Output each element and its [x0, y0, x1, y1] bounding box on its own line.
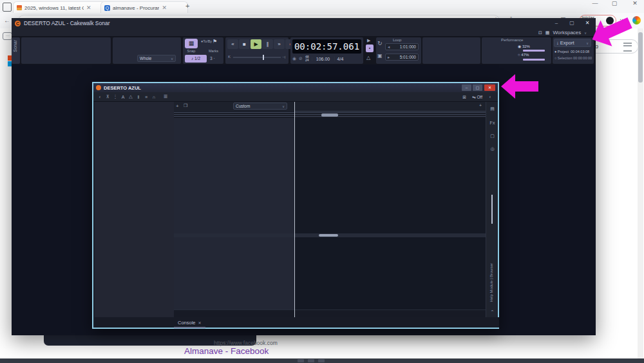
export-selection-row[interactable]: ○ Selection 00:00:00:00: [554, 56, 592, 60]
chevron-down-icon[interactable]: ∨: [584, 31, 587, 35]
tool-resolution-dropdown[interactable]: Whole∨: [137, 55, 176, 62]
pause-button[interactable]: ∥: [262, 39, 273, 49]
stop-button[interactable]: ■: [239, 39, 250, 49]
fast-forward-button[interactable]: »: [274, 39, 285, 49]
ruler-plus-icon[interactable]: +: [479, 103, 482, 108]
console-tab[interactable]: Console ✕: [174, 318, 205, 328]
transport-slider[interactable]: [233, 57, 281, 58]
snap-count[interactable]: 3 ·: [210, 56, 215, 61]
disk-meter-bar: [523, 59, 545, 61]
monitor-icon[interactable]: ∩: [150, 95, 158, 99]
collapse-right-icon[interactable]: ‹: [486, 95, 494, 99]
meter-icon[interactable]: ‖: [135, 95, 142, 99]
sample-rate-bitdepth[interactable]: 4824: [305, 55, 309, 62]
annotation-arrow-app-close: [590, 17, 635, 53]
time-signature[interactable]: 4/4: [337, 57, 344, 61]
punch-icon[interactable]: ▣: [377, 53, 383, 59]
duplicate-icon[interactable]: ❐: [184, 103, 187, 108]
loop-end-field[interactable]: ▸5:01:000: [385, 54, 419, 61]
help-browser-vertical-label[interactable]: Help Module | Browser: [489, 263, 493, 302]
marks-icon[interactable]: ⚑: [213, 39, 217, 44]
slider-thumb[interactable]: [263, 55, 264, 60]
sonar-side-tab[interactable]: Sonar: [12, 37, 20, 64]
export-button[interactable]: ↓ Export∨: [554, 39, 591, 47]
page-scrollbar[interactable]: [638, 28, 643, 358]
track-list: [174, 118, 294, 233]
tab1-favicon: [17, 5, 22, 10]
project-close-button[interactable]: ✕: [484, 84, 495, 91]
loop-icon[interactable]: ↻: [377, 40, 383, 46]
project-toolbar: ‹ ⊼ ⋮ A △ ‖ ≡ ∩ ☰ ⊠ ⇆ Off ‹: [93, 92, 498, 102]
scrollbar-thumb[interactable]: [638, 32, 643, 83]
performance-module: Performance ◉ 32% ○ 47%: [482, 37, 551, 64]
mini-play-icon[interactable]: ▶: [367, 38, 370, 43]
sonar-tab-label: Sonar: [13, 40, 17, 52]
dock-icon[interactable]: ⊼: [104, 94, 111, 99]
dock-scrollbar[interactable]: [491, 195, 493, 224]
collapse-left-icon[interactable]: ‹: [96, 95, 104, 99]
sync-icon[interactable]: ◉: [292, 56, 296, 61]
zoom-range-indicator[interactable]: [321, 113, 338, 117]
console-close-icon[interactable]: ✕: [198, 320, 202, 325]
tab-close-icon[interactable]: ✕: [162, 5, 167, 11]
tab-close-icon[interactable]: ✕: [86, 5, 91, 11]
tool-resolution-value: Whole: [140, 56, 151, 61]
sonar-logo-icon: C: [15, 21, 21, 26]
time-display[interactable]: 00:02:57.061: [292, 39, 361, 54]
app-maximize-button[interactable]: ▢: [565, 19, 578, 27]
snap-module: ▦ Snap ●To/By ⚑ Marks ♪ 1/2 3 ·: [183, 37, 223, 64]
app-minimize-button[interactable]: –: [550, 19, 563, 27]
time-module: 00:02:57.061 ◉ ⊘ 4824 106.00 4/4: [290, 37, 363, 64]
export-module: ↓ Export∨ ● Project 00:04:03:08 ○ Select…: [553, 37, 594, 64]
options-dots-icon[interactable]: ⋮: [111, 94, 119, 99]
help-icon[interactable]: ◎: [486, 146, 498, 152]
project-maximize-button[interactable]: ▢: [473, 84, 482, 91]
disk-meter: ○ 47%: [518, 53, 529, 57]
project-title-bar[interactable]: DESERTO AZUL: [93, 83, 498, 92]
metronome-icon[interactable]: △: [366, 55, 370, 61]
workspaces-label[interactable]: Workspaces: [553, 30, 581, 35]
browser-tab-1[interactable]: 2025, windows 11, latest Cakewal ✕: [13, 1, 106, 14]
chevron-up-icon[interactable]: ⌃: [486, 309, 498, 315]
sidebar-chat-icon[interactable]: ⋯: [3, 32, 12, 40]
horizontal-scrollbar-thumb[interactable]: [319, 234, 338, 237]
back-icon[interactable]: ←: [4, 17, 10, 24]
tempo-value[interactable]: 106.00: [312, 57, 335, 61]
taskbar[interactable]: [0, 358, 644, 363]
add-track-icon[interactable]: +: [176, 103, 179, 109]
browser-maximize-button[interactable]: ▢: [607, 0, 622, 6]
browser-close-button[interactable]: ✕: [627, 0, 643, 6]
list-icon[interactable]: ≡: [142, 95, 150, 99]
fx-icon[interactable]: Fx: [486, 121, 498, 125]
timeline-ruler[interactable]: [294, 102, 486, 112]
preset-value: Custom: [236, 104, 250, 108]
auto-track-icon[interactable]: A: [119, 95, 127, 99]
cpu-meter: ◉ 32%: [518, 44, 530, 48]
zoom-sync-toggle[interactable]: ⇆ Off: [472, 95, 482, 100]
export-project-row[interactable]: ● Project 00:04:03:08: [554, 50, 589, 54]
browser-minimize-button[interactable]: —: [587, 0, 603, 6]
filter-icon[interactable]: ☰: [162, 94, 169, 99]
snap-value-button[interactable]: ♪ 1/2: [185, 55, 207, 63]
snap-to-by-toggle[interactable]: ●To/By: [201, 39, 212, 43]
result-link[interactable]: Almanave - Facebook: [184, 346, 269, 356]
tab-label: almanave - Procurar: [113, 5, 159, 11]
rewind-button[interactable]: «: [227, 39, 238, 49]
app-title-bar[interactable]: C DESERTO AZUL - Cakewalk Sonar: [12, 18, 596, 28]
app-title: DESERTO AZUL - Cakewalk Sonar: [24, 20, 110, 26]
crossfade-icon[interactable]: ⊠: [460, 95, 468, 100]
dock-icon[interactable]: ⊡: [538, 30, 542, 35]
loop-start-field[interactable]: ◂1:01:000: [385, 43, 419, 50]
tab-overview-icon[interactable]: [3, 3, 12, 12]
project-minimize-button[interactable]: –: [462, 84, 471, 91]
no-sync-icon[interactable]: ⊘: [299, 56, 303, 61]
play-button[interactable]: ▶: [251, 39, 261, 49]
snap-grid-button[interactable]: ▦: [185, 39, 198, 48]
new-tab-button[interactable]: +: [185, 2, 189, 10]
browser-tab-2[interactable]: Q almanave - Procurar ✕: [100, 1, 188, 14]
document-icon[interactable]: ▢: [486, 133, 498, 139]
folder-icon[interactable]: ▤: [486, 106, 498, 112]
metronome-icon[interactable]: △: [127, 94, 135, 99]
track-control-preset-dropdown[interactable]: Custom∨: [233, 103, 287, 110]
midi-input-button[interactable]: ▪: [366, 44, 374, 52]
